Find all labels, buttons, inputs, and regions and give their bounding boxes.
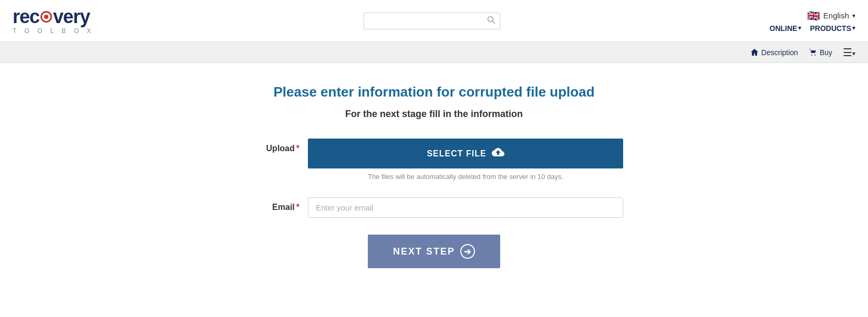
search-input[interactable] bbox=[368, 17, 487, 25]
file-note: The files will be automatically deleted … bbox=[308, 173, 623, 181]
upload-row: Upload* SELECT FILE The files will be au… bbox=[245, 139, 623, 181]
page-subtitle: For the next stage fill in the informati… bbox=[345, 109, 523, 120]
select-file-label: SELECT FILE bbox=[427, 149, 486, 158]
top-navigation: rec very T O O L B O X 🇬🇧 English ▾ bbox=[0, 0, 868, 42]
description-label: Description bbox=[761, 48, 798, 57]
email-required-star: * bbox=[296, 203, 299, 212]
select-file-button[interactable]: SELECT FILE bbox=[308, 139, 623, 168]
email-row: Email* bbox=[245, 197, 623, 218]
online-label: ONLINE bbox=[770, 24, 798, 33]
products-caret-icon: ▾ bbox=[852, 25, 855, 31]
search-icon[interactable] bbox=[487, 16, 495, 26]
email-label: Email* bbox=[245, 197, 308, 212]
next-step-button[interactable]: NEXT STEP ➔ bbox=[368, 235, 500, 268]
next-step-row: NEXT STEP ➔ bbox=[245, 235, 623, 268]
description-nav-item[interactable]: Description bbox=[750, 48, 798, 57]
products-label: PRODUCTS bbox=[810, 24, 851, 33]
logo-very: very bbox=[53, 6, 90, 27]
page-title: Please enter information for corrupted f… bbox=[273, 84, 594, 100]
language-label: English bbox=[823, 11, 849, 20]
email-field-container bbox=[308, 197, 623, 218]
search-box bbox=[364, 13, 500, 29]
email-input[interactable] bbox=[308, 197, 623, 218]
cloud-upload-icon bbox=[492, 146, 504, 161]
upload-form: Upload* SELECT FILE The files will be au… bbox=[245, 139, 623, 268]
secondary-navigation: Description Buy ☰▾ bbox=[0, 42, 868, 63]
products-nav-item[interactable]: PRODUCTS ▾ bbox=[810, 24, 855, 33]
online-caret-icon: ▾ bbox=[798, 25, 801, 31]
upload-field: SELECT FILE The files will be automatica… bbox=[308, 139, 623, 181]
logo-rec: rec bbox=[13, 6, 39, 27]
upload-required-star: * bbox=[296, 144, 299, 153]
main-content: Please enter information for corrupted f… bbox=[0, 63, 868, 300]
nav-links: ONLINE ▾ PRODUCTS ▾ bbox=[770, 24, 855, 33]
logo-subtitle: T O O L B O X bbox=[13, 27, 94, 35]
language-caret-icon: ▾ bbox=[852, 12, 855, 19]
logo[interactable]: rec very bbox=[13, 7, 90, 26]
online-nav-item[interactable]: ONLINE ▾ bbox=[770, 24, 802, 33]
svg-point-2 bbox=[811, 55, 812, 56]
arrow-circle-icon: ➔ bbox=[460, 244, 475, 259]
cart-icon bbox=[809, 48, 817, 57]
next-step-label: NEXT STEP bbox=[393, 246, 455, 257]
hamburger-menu[interactable]: ☰▾ bbox=[843, 46, 855, 59]
search-area bbox=[94, 13, 769, 29]
buy-label: Buy bbox=[820, 48, 832, 57]
svg-line-1 bbox=[492, 21, 494, 23]
upload-label: Upload* bbox=[245, 139, 308, 153]
buy-nav-item[interactable]: Buy bbox=[809, 48, 832, 57]
logo-circle-icon bbox=[40, 11, 52, 23]
language-selector[interactable]: 🇬🇧 English ▾ bbox=[807, 9, 855, 22]
flag-icon: 🇬🇧 bbox=[807, 9, 820, 22]
home-icon bbox=[750, 48, 759, 57]
svg-point-3 bbox=[814, 55, 815, 56]
logo-area: rec very T O O L B O X bbox=[13, 7, 94, 35]
right-nav: 🇬🇧 English ▾ ONLINE ▾ PRODUCTS ▾ bbox=[770, 9, 855, 33]
